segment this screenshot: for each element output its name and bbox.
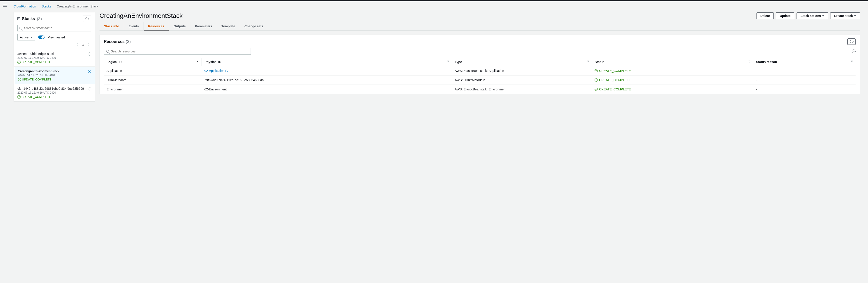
stack-item[interactable]: CreatingAnEnvironmentStack2020-07-17 17:… <box>14 66 95 84</box>
caret-down-icon <box>31 37 33 38</box>
refresh-icon <box>849 39 854 43</box>
stack-status: CREATE_COMPLETE <box>18 60 91 64</box>
stack-filter-input[interactable] <box>24 26 89 30</box>
stack-name: cfst-1449-e483cf2d59831ebe2f834f9ec58f66… <box>18 87 91 90</box>
gear-icon[interactable] <box>852 50 856 53</box>
stack-name: CreatingAnEnvironmentStack <box>18 69 91 73</box>
stack-filter-input-wrap[interactable] <box>18 25 91 31</box>
resource-row: CDKMetadata79f67d20-c874-11ea-ac16-0e588… <box>104 75 856 85</box>
menu-toggle[interactable] <box>3 3 7 7</box>
resources-refresh-button[interactable] <box>847 38 856 45</box>
tab-outputs[interactable]: Outputs <box>169 22 190 30</box>
col-status-reason[interactable]: Status reason▽ <box>753 58 856 66</box>
cell-logical-id: CDKMetadata <box>104 75 202 85</box>
check-circle-icon <box>18 61 21 64</box>
col-status[interactable]: Status▽ <box>592 58 753 66</box>
search-icon <box>20 27 22 29</box>
breadcrumb: CloudFormation › Stacks › CreatingAnEnvi… <box>13 4 860 8</box>
tab-parameters[interactable]: Parameters <box>190 22 217 30</box>
cell-status: CREATE_COMPLETE <box>595 88 750 91</box>
physical-id: 79f67d20-c874-11ea-ac16-0e58854680da <box>205 78 264 82</box>
cell-status-reason: - <box>753 66 856 75</box>
stack-radio[interactable] <box>88 53 91 56</box>
resources-search-input[interactable] <box>111 50 248 53</box>
page-next[interactable]: 〉 <box>88 43 91 47</box>
delete-button[interactable]: Delete <box>756 12 774 19</box>
physical-id-link[interactable]: 02-Application <box>205 69 228 72</box>
cell-status-reason: - <box>753 75 856 85</box>
page-prev[interactable]: 〈 <box>75 43 78 47</box>
tab-events[interactable]: Events <box>124 22 144 30</box>
stack-timestamp: 2020-07-17 16:46:26 UTC-0400 <box>18 91 91 94</box>
tab-resources[interactable]: Resources <box>144 22 169 30</box>
page-number: 1 <box>82 43 84 46</box>
breadcrumb-current: CreatingAnEnvironmentStack <box>57 4 98 8</box>
stack-item[interactable]: cfst-1449-e483cf2d59831ebe2f834f9ec58f66… <box>14 84 95 101</box>
tab-change-sets[interactable]: Change sets <box>240 22 268 30</box>
cell-logical-id: Environment <box>104 85 202 94</box>
stack-actions-button[interactable]: Stack actions <box>797 12 828 19</box>
col-type[interactable]: Type▽ <box>452 58 592 66</box>
cell-status-reason: - <box>753 85 856 94</box>
check-circle-icon <box>18 95 21 99</box>
status-filter-label: Active <box>20 35 29 39</box>
cell-type: AWS::CDK::Metadata <box>452 75 592 85</box>
col-logical-id[interactable]: Logical ID▲ <box>104 58 202 66</box>
resources-count: (3) <box>126 39 131 44</box>
search-icon <box>106 50 109 53</box>
refresh-icon <box>85 17 89 21</box>
stacks-count: (3) <box>37 17 42 21</box>
stack-actions-label: Stack actions <box>800 14 821 18</box>
stack-radio[interactable] <box>88 87 91 90</box>
view-nested-toggle[interactable] <box>38 35 44 39</box>
check-circle-icon <box>595 88 598 91</box>
check-circle-icon <box>595 78 598 82</box>
check-circle-icon <box>595 69 598 72</box>
stack-radio[interactable] <box>88 70 91 73</box>
caret-down-icon <box>854 15 856 17</box>
stack-timestamp: 2020-07-17 17:28:37 UTC-0400 <box>18 74 91 77</box>
resource-row: Environment02-EnvironmentAWS::ElasticBea… <box>104 85 856 94</box>
resources-title: Resources <box>104 39 125 44</box>
stack-item[interactable]: awseb-e-9hfdp5dpie-stack2020-07-17 17:29… <box>14 49 95 66</box>
stack-status: UPDATE_COMPLETE <box>18 78 91 81</box>
breadcrumb-stacks[interactable]: Stacks <box>41 4 51 8</box>
cell-type: AWS::ElasticBeanstalk::Environment <box>452 85 592 94</box>
view-nested-label: View nested <box>48 35 65 39</box>
refresh-button[interactable] <box>83 15 91 22</box>
chevron-right-icon: › <box>53 4 55 8</box>
collapse-icon[interactable] <box>18 18 20 20</box>
cell-status: CREATE_COMPLETE <box>595 69 750 72</box>
stack-timestamp: 2020-07-17 17:29:12 UTC-0400 <box>18 56 91 59</box>
tab-template[interactable]: Template <box>217 22 240 30</box>
stacks-title: Stacks <box>22 17 35 21</box>
physical-id: 02-Environment <box>205 88 227 91</box>
page-title: CreatingAnEnvironmentStack <box>99 12 183 20</box>
create-stack-button[interactable]: Create stack <box>830 12 860 19</box>
cell-type: AWS::ElasticBeanstalk::Application <box>452 66 592 75</box>
cell-logical-id: Application <box>104 66 202 75</box>
create-stack-label: Create stack <box>834 14 853 18</box>
chevron-right-icon: › <box>38 4 39 8</box>
caret-down-icon <box>822 15 824 17</box>
status-filter-select[interactable]: Active <box>18 34 35 40</box>
breadcrumb-root[interactable]: CloudFormation <box>13 4 36 8</box>
update-button[interactable]: Update <box>776 12 794 19</box>
stack-status: CREATE_COMPLETE <box>18 95 91 99</box>
stacks-panel: Stacks (3) Active View nested <box>13 12 95 101</box>
col-physical-id[interactable]: Physical ID▽ <box>202 58 452 66</box>
external-link-icon <box>225 70 227 72</box>
resource-row: Application02-Application AWS::ElasticBe… <box>104 66 856 75</box>
tab-stack-info[interactable]: Stack info <box>99 22 124 30</box>
check-circle-icon <box>18 78 21 81</box>
stack-name: awseb-e-9hfdp5dpie-stack <box>18 52 91 56</box>
resources-search-wrap[interactable] <box>104 48 251 55</box>
cell-status: CREATE_COMPLETE <box>595 78 750 82</box>
